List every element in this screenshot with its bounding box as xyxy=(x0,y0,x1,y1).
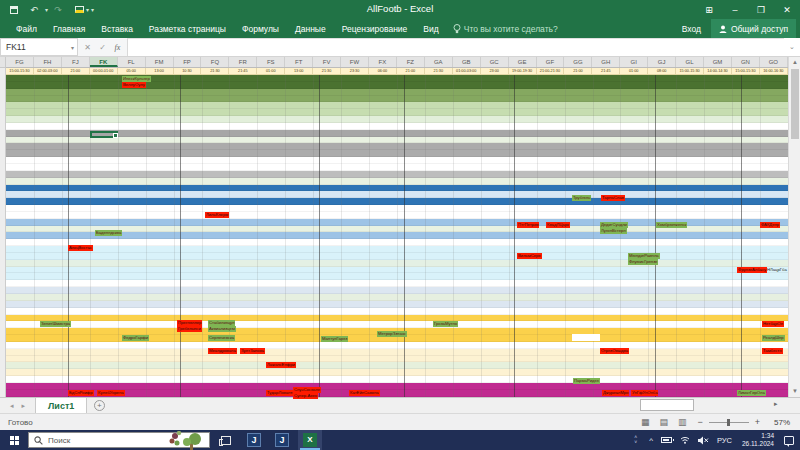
scroll-up-icon[interactable]: ▲ xyxy=(789,57,800,68)
taskbar-overflow-arrows-icon[interactable]: ˄˅ xyxy=(634,435,637,445)
match-label[interactable]: ПтгПетрив xyxy=(517,222,539,228)
time-cell-FQ[interactable]: 21:30 xyxy=(201,68,229,74)
column-header-FK[interactable]: FK xyxy=(90,57,118,67)
zoom-slider-thumb[interactable] xyxy=(727,419,730,426)
column-header-FZ[interactable]: FZ xyxy=(397,57,425,67)
time-cell-FT[interactable]: 13:00 xyxy=(285,68,313,74)
column-header-FT[interactable]: FT xyxy=(285,57,313,67)
column-header-GE[interactable]: GE xyxy=(509,57,537,67)
column-header-FJ[interactable]: FJ xyxy=(62,57,90,67)
match-label[interactable]: ЛажансЕнфри xyxy=(266,362,296,368)
match-label[interactable]: Баденндсква xyxy=(95,230,122,236)
match-label[interactable]: МетрорЗзначс xyxy=(377,331,407,337)
column-header-GC[interactable]: GC xyxy=(481,57,509,67)
match-label[interactable]: ЗултЗанова xyxy=(240,348,265,354)
time-cell-GB[interactable]: 01:00-03:00 xyxy=(453,68,481,74)
wifi-icon[interactable] xyxy=(680,436,690,444)
time-cell-FV[interactable]: 21:30 xyxy=(313,68,341,74)
close-button[interactable]: ✕ xyxy=(774,0,800,19)
match-label[interactable]: ВильмСерв xyxy=(517,253,542,259)
match-label[interactable]: ДжуриалМро xyxy=(602,390,629,396)
time-cell-GA[interactable]: 21:30 xyxy=(425,68,453,74)
time-cell-GG[interactable]: 21:00 xyxy=(564,68,592,74)
column-header-GJ[interactable]: GJ xyxy=(648,57,676,67)
time-cell-GN[interactable]: 15:00-15:30 xyxy=(732,68,760,74)
ribbon-tab-0[interactable]: Файл xyxy=(8,24,45,34)
match-label[interactable]: КулебУорена xyxy=(97,390,125,396)
match-label[interactable]: Тамбестя xyxy=(762,348,783,354)
active-cell-selection[interactable] xyxy=(90,131,118,138)
sign-in-link[interactable]: Вход xyxy=(682,24,701,34)
column-header-FV[interactable]: FV xyxy=(313,57,341,67)
insert-function-icon[interactable]: fx xyxy=(110,43,125,52)
time-cell-GJ[interactable]: 08:00 xyxy=(648,68,676,74)
column-header-FG[interactable]: FG xyxy=(6,57,34,67)
language-indicator[interactable]: РУС xyxy=(717,436,732,445)
ribbon-tab-5[interactable]: Данные xyxy=(287,24,334,34)
column-header-FH[interactable]: FH xyxy=(34,57,62,67)
match-label[interactable]: ГрозаМутно xyxy=(433,321,458,327)
column-header-FR[interactable]: FR xyxy=(229,57,257,67)
hidden-icons-chevron[interactable]: ^ xyxy=(649,436,653,445)
match-label[interactable]: Аквиализцем xyxy=(208,326,236,332)
battery-icon[interactable] xyxy=(661,437,672,443)
match-label[interactable]: ФлуюисГрензе xyxy=(628,259,658,265)
match-label[interactable]: ОгрязОвшдва xyxy=(600,348,629,354)
ribbon-options-button[interactable]: ⊞ xyxy=(696,0,722,19)
app-j-2-button[interactable]: J xyxy=(270,430,294,450)
match-label[interactable]: ФедроГарфи xyxy=(122,335,149,341)
time-cell-FZ[interactable]: 21:00 xyxy=(397,68,425,74)
vertical-scroll-thumb[interactable] xyxy=(791,69,799,139)
match-label[interactable]: ПармаРидез xyxy=(573,378,600,384)
column-header-GN[interactable]: GN xyxy=(732,57,760,67)
column-header-FS[interactable]: FS xyxy=(257,57,285,67)
column-header-GI[interactable]: GI xyxy=(620,57,648,67)
horizontal-scroll-thumb[interactable] xyxy=(640,399,694,411)
zoom-out-button[interactable]: − xyxy=(697,417,702,427)
column-header-GL[interactable]: GL xyxy=(676,57,704,67)
time-cell-FR[interactable]: 21:45 xyxy=(229,68,257,74)
column-header-GG[interactable]: GG xyxy=(564,57,592,67)
match-label[interactable]: ВеллуОулу xyxy=(122,82,146,88)
formula-input[interactable] xyxy=(128,38,784,56)
start-button[interactable] xyxy=(0,430,28,450)
match-label[interactable]: ЛиматГирОла xyxy=(737,390,766,396)
page-break-view-icon[interactable]: ▥ xyxy=(678,417,687,427)
match-label[interactable]: Меандрована xyxy=(208,348,237,354)
time-cell-FW[interactable]: 23:30 xyxy=(341,68,369,74)
app-j-1-button[interactable]: J xyxy=(242,430,266,450)
match-label[interactable]: ТарнаСлав xyxy=(601,195,625,201)
task-view-button[interactable] xyxy=(214,430,238,450)
time-cell-FH[interactable]: 02:00-03:00 xyxy=(34,68,62,74)
vertical-scrollbar[interactable]: ▲ ▼ xyxy=(788,57,800,397)
action-center-icon[interactable] xyxy=(784,436,794,445)
match-label[interactable]: Гребельнси xyxy=(177,326,202,332)
match-label[interactable]: ТударЛованте xyxy=(266,390,295,396)
time-cell-GH[interactable]: 21:45 xyxy=(592,68,620,74)
zoom-in-button[interactable]: + xyxy=(755,417,760,427)
time-cell-GO[interactable]: 16:00-16:30 xyxy=(760,68,788,74)
restore-button[interactable]: ❐ xyxy=(748,0,774,19)
column-header-GF[interactable]: GF xyxy=(537,57,565,67)
column-header-GB[interactable]: GB xyxy=(453,57,481,67)
time-cell-GI[interactable]: 01:00 xyxy=(620,68,648,74)
scroll-down-icon[interactable]: ▼ xyxy=(789,386,800,397)
ribbon-tab-1[interactable]: Главная xyxy=(45,24,93,34)
time-cell-FG[interactable]: 15:00-15:30 xyxy=(6,68,34,74)
match-label[interactable]: ФАКДепр xyxy=(760,222,780,228)
ribbon-tab-2[interactable]: Вставка xyxy=(93,24,141,34)
name-box-caret-icon[interactable]: ▾ xyxy=(71,44,77,51)
zoom-level[interactable]: 57% xyxy=(774,418,790,427)
zoom-slider[interactable] xyxy=(709,422,749,423)
match-label[interactable]: КатЕйнСавона xyxy=(349,390,380,396)
match-label[interactable]: Трубгель xyxy=(572,195,591,201)
match-label[interactable]: НЛацрГба xyxy=(766,267,788,273)
excel-taskbar-button[interactable]: X xyxy=(298,430,322,450)
match-label[interactable]: БдСпРоифр xyxy=(68,390,94,396)
ribbon-tab-4[interactable]: Формулы xyxy=(234,24,287,34)
time-cell-FS[interactable]: 01:00 xyxy=(257,68,285,74)
time-cell-FP[interactable]: 10:30 xyxy=(174,68,202,74)
time-cell-FM[interactable]: 13:00 xyxy=(146,68,174,74)
ribbon-tab-3[interactable]: Разметка страницы xyxy=(141,24,234,34)
column-header-FP[interactable]: FP xyxy=(174,57,202,67)
